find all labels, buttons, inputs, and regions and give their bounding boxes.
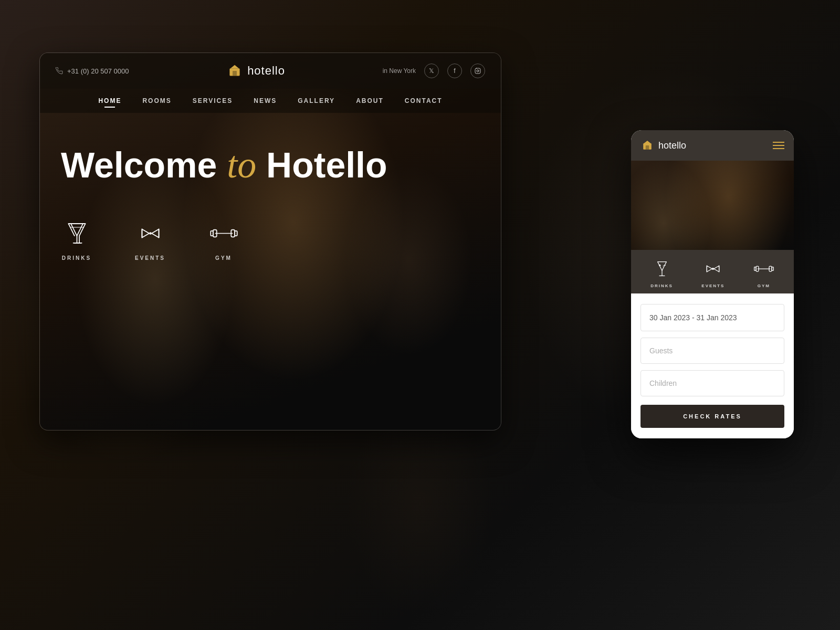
desktop-nav: HOME ROOMS SERVICES NEWS GALLERY ABOUT C… [40,89,501,113]
mobile-icons-row: DRINKS EVENTS GYM [631,250,794,293]
svg-point-20 [659,265,660,266]
events-icon-item: EVENTS [134,217,166,261]
svg-rect-29 [767,313,774,321]
logo-icon [226,62,243,79]
mobile-gym-label: GYM [758,284,770,288]
drinks-icon-item: DRINKS [61,217,92,261]
header-right: in New York 𝕏 f [383,64,485,78]
mobile-header: hotello [631,130,794,161]
check-rates-button[interactable]: CHECK RATES [640,405,784,428]
hamburger-menu-icon[interactable] [773,142,784,149]
facebook-icon[interactable]: f [447,64,462,78]
nav-news[interactable]: NEWS [254,97,277,104]
nav-rooms[interactable]: ROOMS [142,97,171,104]
gym-icon-item: GYM [208,217,239,261]
hero-content: Welcome to Hotello [40,113,501,282]
nav-home[interactable]: HOME [98,97,121,104]
guests-chevron-icon [767,345,775,356]
desktop-icons-row: DRINKS EVENTS [61,217,480,261]
hero-title-part1: Welcome [61,145,227,185]
svg-point-3 [477,70,479,72]
desktop-browser-window: +31 (0) 20 507 0000 hotello in New York … [39,52,501,430]
header-phone: +31 (0) 20 507 0000 [56,67,129,75]
svg-point-8 [149,232,152,235]
events-label: EVENTS [135,255,165,261]
calendar-icon [766,312,775,323]
mobile-events-icon [702,258,723,279]
date-range-text: 30 Jan 2023 - 31 Jan 2023 [649,313,737,322]
guests-text: Guests [649,346,673,355]
hero-title-part2: Hotello [256,145,387,185]
mobile-drinks-item: DRINKS [650,258,673,288]
twitter-icon[interactable]: 𝕏 [424,64,439,78]
nav-services[interactable]: SERVICES [193,97,233,104]
hero-title-italic: to [227,144,256,186]
children-field[interactable]: Children [640,370,784,396]
date-range-field[interactable]: 30 Jan 2023 - 31 Jan 2023 [640,304,784,331]
mobile-gym-item: GYM [753,258,774,288]
gym-icon [208,217,239,249]
mobile-gym-icon [753,258,774,279]
svg-rect-28 [772,267,773,271]
guests-field[interactable]: Guests [640,338,784,364]
svg-rect-14 [211,231,213,236]
desktop-header: +31 (0) 20 507 0000 hotello in New York … [40,53,501,89]
svg-rect-15 [235,231,237,236]
desktop-logo: hotello [226,62,285,79]
svg-rect-27 [754,267,755,271]
nav-about[interactable]: ABOUT [356,97,384,104]
mobile-drinks-icon [652,258,673,279]
children-chevron-icon [767,378,775,388]
mobile-events-label: EVENTS [701,284,724,288]
instagram-icon[interactable] [470,64,485,78]
mobile-logo-text: hotello [658,140,686,151]
mobile-events-item: EVENTS [701,258,724,288]
mobile-logo: hotello [640,139,686,152]
phone-icon [56,67,63,75]
booking-form: 30 Jan 2023 - 31 Jan 2023 Guests Chil [631,293,794,438]
hero-title: Welcome to Hotello [61,144,480,186]
svg-rect-1 [233,71,237,76]
svg-rect-17 [646,145,649,150]
gym-label: GYM [215,255,232,261]
events-icon [134,217,166,249]
drinks-label: DRINKS [62,255,91,261]
mobile-hero-image [631,161,794,250]
svg-point-21 [712,268,714,270]
nav-gallery[interactable]: GALLERY [298,97,335,104]
header-location: in New York [383,67,416,75]
drinks-icon [61,217,92,249]
hero-section: +31 (0) 20 507 0000 hotello in New York … [40,53,501,430]
mobile-drinks-label: DRINKS [650,284,673,288]
mobile-hero-overlay [631,161,794,250]
mobile-logo-icon [640,139,654,152]
children-text: Children [649,379,677,387]
nav-contact[interactable]: CONTACT [405,97,443,104]
mobile-mockup: hotello DRINKS [631,130,794,438]
desktop-logo-text: hotello [247,64,285,78]
svg-rect-2 [475,68,480,74]
phone-number: +31 (0) 20 507 0000 [67,67,129,75]
svg-point-4 [479,69,480,70]
